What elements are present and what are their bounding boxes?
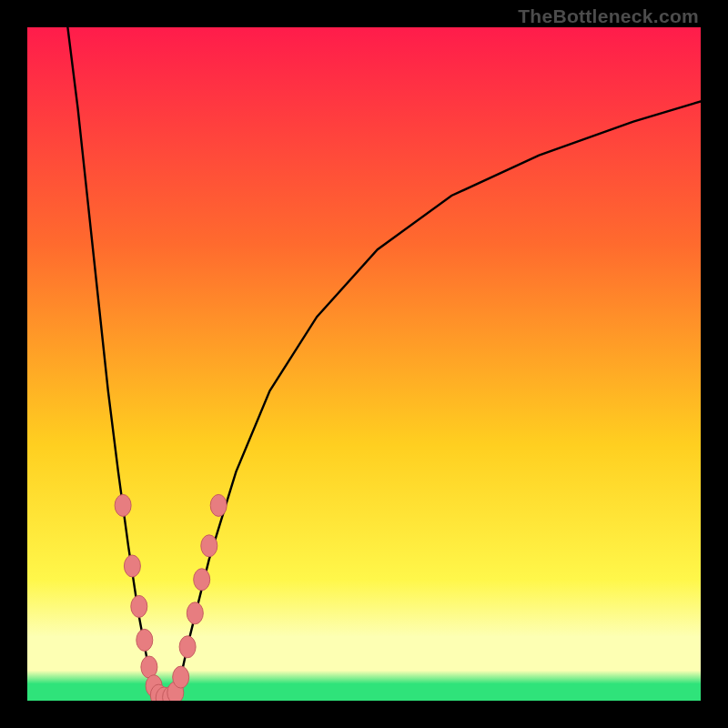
bead-marker — [201, 535, 217, 557]
watermark-text: TheBottleneck.com — [518, 5, 699, 27]
bead-marker — [210, 494, 227, 516]
bead-group — [115, 494, 227, 701]
bead-marker — [173, 666, 189, 688]
outer-frame: TheBottleneck.com — [0, 0, 728, 728]
bead-marker — [187, 602, 203, 624]
bead-marker — [124, 555, 140, 577]
plot-area — [27, 27, 701, 701]
bead-marker — [179, 636, 196, 658]
bead-marker — [194, 569, 210, 591]
bead-marker — [136, 629, 153, 651]
bead-marker — [115, 494, 131, 516]
curve-layer — [27, 27, 701, 701]
curve-right-branch — [176, 101, 701, 701]
bead-marker — [131, 595, 147, 617]
